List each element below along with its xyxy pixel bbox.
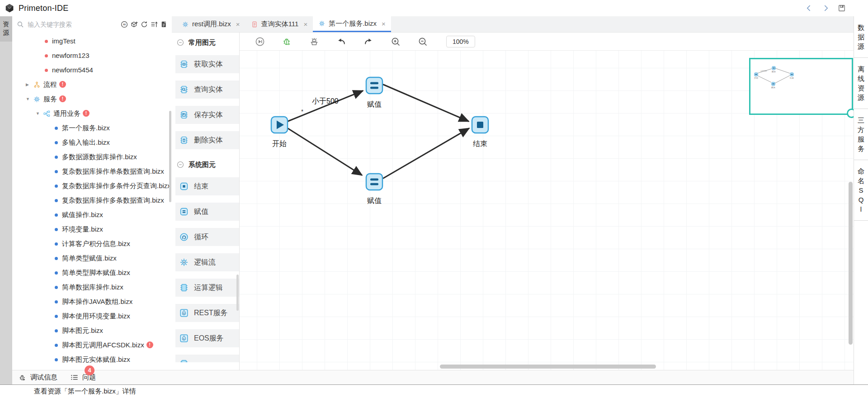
- search-input[interactable]: [27, 18, 114, 31]
- edge-start-to-assign-top[interactable]: [288, 91, 363, 121]
- tree-item[interactable]: 环境变量.bizx: [12, 222, 172, 237]
- debug-info-tab[interactable]: 调试信息: [18, 373, 57, 382]
- save-icon[interactable]: [837, 4, 846, 13]
- flow-node-assign-bottom[interactable]: 赋值: [366, 174, 382, 204]
- palette-item-逻辑流[interactable]: 逻辑流: [175, 253, 239, 271]
- tree-item-label: 多数据源数据库操作.bizx: [62, 150, 137, 164]
- collapse-icon[interactable]: [176, 161, 184, 169]
- run-icon[interactable]: [255, 36, 265, 47]
- tree-item[interactable]: newform123: [12, 48, 172, 63]
- panel-tab-离线资源[interactable]: 离线资源: [854, 58, 868, 109]
- zoom-in-icon[interactable]: [390, 36, 401, 47]
- deploy-icon[interactable]: [309, 36, 320, 47]
- tree-item[interactable]: 多输入输出.bizx: [12, 135, 172, 150]
- palette-item-查询实体[interactable]: 查询实体: [175, 81, 239, 99]
- redo-icon[interactable]: [363, 36, 374, 47]
- panel-tab-数据源[interactable]: 数据源: [854, 16, 868, 58]
- new-resource-icon[interactable]: [130, 20, 138, 28]
- tree-item[interactable]: 简单数据库操作.bizx: [12, 280, 172, 294]
- canvas-hscrollbar[interactable]: [440, 365, 656, 369]
- chevron-expanded-icon[interactable]: ▼: [36, 106, 43, 121]
- bullet-icon: [45, 40, 48, 43]
- tab-第一个服务.bizx[interactable]: 第一个服务.bizx×: [313, 16, 391, 32]
- close-icon[interactable]: ×: [236, 20, 240, 28]
- palette-item-运算逻辑[interactable]: 运算逻辑: [175, 279, 239, 297]
- palette-section-header[interactable]: 系统图元: [176, 158, 239, 171]
- tree-item[interactable]: 脚本图元调用AFCSDK.bizx!: [12, 338, 172, 352]
- tree-item[interactable]: ▼服务!: [12, 92, 172, 106]
- tab-rest调用.bizx[interactable]: rest调用.bizx×: [176, 16, 245, 32]
- tree-item[interactable]: 赋值操作.bizx: [12, 208, 172, 222]
- tree-item[interactable]: 脚本图元实体赋值.bizx: [12, 352, 172, 367]
- bullet-icon: [55, 271, 58, 275]
- tree-item[interactable]: ▶流程!: [12, 77, 172, 92]
- debug-icon: [18, 373, 27, 382]
- chevron-expanded-icon[interactable]: ▼: [26, 92, 33, 106]
- palette-item-REST服务[interactable]: RREST服务: [175, 304, 239, 322]
- tree-item[interactable]: 简单类型脚本赋值.bizx: [12, 265, 172, 280]
- palette-item-删除实体[interactable]: 删除实体: [175, 131, 239, 149]
- bullet-icon: [55, 242, 58, 246]
- edge-assign-bottom-to-end[interactable]: [383, 128, 469, 178]
- tree-item[interactable]: 复杂数据库操作多条数据查询.bizx: [12, 193, 172, 208]
- edge-start-to-assign-bottom[interactable]: [288, 128, 362, 175]
- tree-item[interactable]: 脚本图元.bizx: [12, 323, 172, 338]
- bullet-icon: [55, 257, 58, 260]
- palette-item-获取实体[interactable]: 获取实体: [175, 55, 239, 73]
- tree-item-label: newform5454: [52, 63, 93, 77]
- edge-assign-top-to-end[interactable]: [383, 85, 468, 121]
- palette-section-header[interactable]: 常用图元: [176, 36, 239, 49]
- drop-eos-icon: E: [179, 333, 189, 343]
- chevron-collapsed-icon[interactable]: ▶: [26, 77, 33, 92]
- chevron-left-icon[interactable]: [805, 4, 814, 13]
- close-icon[interactable]: ×: [303, 20, 307, 28]
- undo-icon[interactable]: [336, 36, 347, 47]
- tree-item[interactable]: newform5454: [12, 63, 172, 77]
- debug-run-icon[interactable]: [282, 36, 292, 47]
- edge-condition-label[interactable]: 小于500: [312, 97, 339, 105]
- tree-item[interactable]: 多数据源数据库操作.bizx: [12, 150, 172, 164]
- flow-node-end[interactable]: 结束: [472, 117, 488, 147]
- palette-item-EOS服务[interactable]: EEOS服务: [175, 329, 239, 347]
- chevron-right-icon[interactable]: [821, 4, 830, 13]
- flow-canvas[interactable]: 小于500 * 开始 赋值 赋值 结束: [240, 51, 854, 370]
- tree-item[interactable]: 复杂数据库操作单条数据查询.bizx: [12, 164, 172, 179]
- tree-item[interactable]: 脚本操作JAVA数组.bizx: [12, 294, 172, 309]
- tree-item[interactable]: 第一个服务.bizx: [12, 121, 172, 135]
- panel-tab-命名SQl[interactable]: 命名SQl: [854, 160, 868, 221]
- canvas-vscrollbar[interactable]: [849, 182, 853, 345]
- tree-item[interactable]: 脚本使用环境变量.bizx: [12, 309, 172, 323]
- sidebar-scrollbar[interactable]: [169, 111, 171, 202]
- palette-item-partial[interactable]: [175, 355, 239, 362]
- zoom-out-icon[interactable]: [417, 36, 428, 47]
- close-icon[interactable]: ×: [382, 20, 386, 28]
- palette-section-title: 常用图元: [189, 38, 216, 47]
- palette-scrollbar[interactable]: [236, 275, 239, 311]
- collapse-icon[interactable]: [176, 38, 184, 47]
- export-icon[interactable]: [160, 20, 168, 28]
- palette-item-循环[interactable]: 循环: [175, 228, 239, 246]
- chip-plain-icon: [179, 283, 189, 293]
- minimap[interactable]: 开始 赋值 结束 赋值 小于500: [749, 58, 853, 115]
- palette-item-结束[interactable]: 结束: [175, 177, 239, 195]
- zoom-level[interactable]: 100%: [446, 36, 475, 47]
- tree-item-label: 计算客户积分信息.bizx: [62, 237, 130, 251]
- ai-assistant-icon[interactable]: AI: [120, 20, 128, 28]
- tree-item[interactable]: 复杂数据库操作多条件分页查询.bizx: [12, 179, 172, 193]
- tree-item[interactable]: 简单类型赋值.bizx: [12, 251, 172, 265]
- palette-item-赋值[interactable]: 赋值: [175, 203, 239, 221]
- tree-item[interactable]: imgTest: [12, 34, 172, 48]
- panel-tab-三方服务[interactable]: 三方服务: [854, 109, 868, 160]
- palette-item-label: REST服务: [194, 308, 228, 318]
- minimap-resize-handle[interactable]: [847, 109, 854, 118]
- flow-node-start[interactable]: 开始: [271, 117, 288, 147]
- tab-查询实体111[interactable]: 查询实体111×: [245, 16, 313, 32]
- tree-item[interactable]: ▼通用业务!: [12, 106, 172, 121]
- tree-item[interactable]: 计算客户积分信息.bizx: [12, 237, 172, 251]
- refresh-icon[interactable]: [140, 20, 148, 28]
- flow-node-assign-top[interactable]: 赋值: [366, 77, 382, 108]
- edge-marker-star: *: [301, 108, 303, 115]
- activity-tab-resources[interactable]: 资源: [0, 16, 12, 42]
- sort-icon[interactable]: [150, 20, 158, 28]
- palette-item-保存实体[interactable]: 保存实体: [175, 106, 239, 124]
